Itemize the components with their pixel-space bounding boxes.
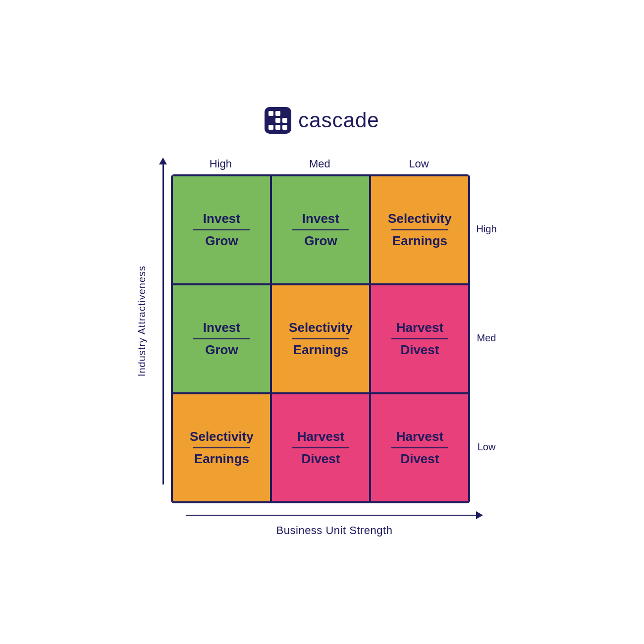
matrix-cell-5: HarvestDivest (370, 284, 469, 393)
cell-divider-0 (193, 229, 250, 230)
y-axis-label: Industry Attractiveness (136, 266, 148, 376)
matrix-cell-6: SelectivityEarnings (172, 393, 271, 502)
cell-divider-8 (391, 447, 448, 448)
grid-area: High Med Low InvestGrowInvestGrowSelecti… (171, 158, 496, 503)
cell-divider-3 (193, 338, 250, 339)
matrix-cell-2: SelectivityEarnings (370, 175, 469, 284)
cell-line2-8: Divest (400, 451, 439, 467)
x-axis-arrow-line (186, 515, 476, 516)
cell-line2-0: Grow (205, 233, 238, 249)
cell-line2-3: Grow (205, 342, 238, 358)
col-headers: High Med Low (171, 158, 496, 170)
x-axis-label: Business Unit Strength (276, 524, 393, 537)
logo-dot-empty (268, 118, 273, 123)
matrix-cell-7: HarvestDivest (271, 393, 370, 502)
matrix-cell-4: SelectivityEarnings (271, 284, 370, 393)
cell-divider-4 (292, 338, 349, 339)
y-axis-arrowhead (159, 158, 167, 164)
cell-line1-3: Invest (203, 320, 240, 335)
col-header-high: High (171, 158, 270, 170)
cell-line1-0: Invest (203, 211, 240, 226)
y-axis-arrow-line (162, 164, 164, 484)
cell-divider-6 (193, 447, 250, 448)
x-axis-arrow-row (186, 511, 483, 519)
cell-line1-1: Invest (302, 211, 339, 226)
logo-dot (275, 125, 280, 130)
logo-dot (268, 125, 273, 130)
matrix-container: Industry Attractiveness High Med Low Inv… (147, 158, 496, 503)
logo-dot (282, 125, 287, 130)
logo-dot (282, 118, 287, 123)
y-axis-area: Industry Attractiveness (147, 158, 167, 484)
matrix-cell-1: InvestGrow (271, 175, 370, 284)
grid-with-labels: InvestGrowInvestGrowSelectivityEarningsI… (171, 174, 496, 503)
cell-line1-5: Harvest (396, 320, 443, 335)
logo-area: cascade (265, 107, 379, 134)
logo-icon (265, 107, 291, 134)
matrix-grid: InvestGrowInvestGrowSelectivityEarningsI… (171, 174, 470, 503)
row-label-high: High (476, 174, 496, 283)
matrix-cell-0: InvestGrow (172, 175, 271, 284)
cell-line1-6: Selectivity (190, 429, 254, 444)
cell-line2-1: Grow (304, 233, 337, 249)
cell-divider-7 (292, 447, 349, 448)
cell-line2-7: Divest (301, 451, 340, 467)
matrix-cell-3: InvestGrow (172, 284, 271, 393)
col-header-low: Low (369, 158, 468, 170)
cell-line1-4: Selectivity (289, 320, 353, 335)
matrix-wrapper: Industry Attractiveness High Med Low Inv… (147, 158, 496, 537)
cell-line2-4: Earnings (293, 342, 348, 358)
logo-dot (275, 111, 280, 116)
logo-dot (275, 118, 280, 123)
cell-divider-2 (391, 229, 448, 230)
row-label-med: Med (476, 283, 496, 392)
cell-divider-5 (391, 338, 448, 339)
x-axis-area: Business Unit Strength (186, 511, 483, 537)
cell-line2-6: Earnings (194, 451, 249, 467)
cell-line2-5: Divest (400, 342, 439, 358)
cell-divider-1 (292, 229, 349, 230)
cell-line1-8: Harvest (396, 429, 443, 444)
logo-text: cascade (298, 108, 379, 132)
cell-line1-2: Selectivity (388, 211, 452, 226)
logo-dot (268, 111, 273, 116)
cell-line2-2: Earnings (392, 233, 447, 249)
row-label-low: Low (476, 392, 496, 501)
x-axis-arrowhead (476, 511, 483, 519)
logo-dot-empty (282, 111, 287, 116)
right-labels: High Med Low (476, 174, 496, 501)
cell-line1-7: Harvest (297, 429, 344, 444)
matrix-cell-8: HarvestDivest (370, 393, 469, 502)
col-header-med: Med (270, 158, 369, 170)
